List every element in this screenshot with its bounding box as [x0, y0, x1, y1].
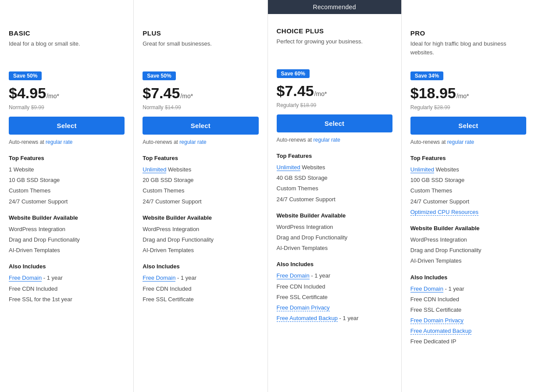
builder-feature-basic-2: AI-Driven Templates [9, 246, 125, 254]
top-feature-item-pro-0: Unlimited Websites [410, 166, 526, 174]
select-button-choice-plus[interactable]: Select [277, 114, 392, 132]
top-feature-link-pro-0[interactable]: Unlimited [410, 166, 434, 173]
price-amount-pro: $18.95 [410, 85, 456, 102]
select-button-basic[interactable]: Select [9, 117, 125, 135]
save-badge-basic: Save 50% [9, 71, 42, 80]
also-feature-suffix: - 1 year [175, 274, 196, 281]
plan-name-choice-plus: CHOICE PLUS [277, 27, 392, 35]
top-feature-item-pro-1: 100 GB SSD Storage [410, 176, 526, 184]
price-unit-pro: /mo* [457, 93, 469, 100]
price-amount-plus: $7.45 [143, 85, 180, 102]
also-feature-link-pro-0[interactable]: Free Domain [410, 285, 443, 292]
also-feature-item-plus-0: Free Domain - 1 year [143, 274, 258, 282]
builder-feature-plus-0: WordPress Integration [143, 225, 258, 233]
builder-feature-pro-0: WordPress Integration [410, 236, 526, 244]
feature-suffix: Websites [166, 166, 191, 173]
builder-feature-plus-1: Drag and Drop Functionality [143, 236, 258, 244]
plan-desc-pro: Ideal for high traffic blog and business… [410, 39, 526, 64]
top-features-section-choice-plus: Top FeaturesUnlimited Websites40 GB SSD … [277, 153, 392, 203]
also-feature-link-basic-0[interactable]: Free Domain [9, 274, 42, 282]
plan-name-basic: BASIC [9, 29, 125, 37]
badge-placeholder [402, 0, 535, 16]
plan-desc-choice-plus: Perfect for growing your business. [277, 37, 392, 61]
regular-rate-link-plus[interactable]: regular rate [179, 139, 206, 145]
recommended-badge: Recommended [268, 0, 401, 14]
builder-feature-pro-1: Drag and Drop Functionality [410, 246, 526, 254]
builder-section-plus: Website Builder AvailableWordPress Integ… [143, 214, 258, 255]
top-features-section-plus: Top FeaturesUnlimited Websites20 GB SSD … [143, 155, 258, 206]
builder-feature-pro-2: AI-Driven Templates [410, 257, 526, 265]
also-feature-item-plus-1: Free CDN Included [143, 285, 258, 293]
also-feature-item-basic-0: Free Domain - 1 year [9, 274, 125, 282]
plan-col-choice-plus: RecommendedCHOICE PLUSPerfect for growin… [268, 0, 402, 392]
builder-section-pro: Website Builder AvailableWordPress Integ… [410, 225, 526, 265]
top-feature-item-choice-plus-2: Custom Themes [277, 185, 392, 192]
also-includes-section-choice-plus: Also IncludesFree Domain - 1 yearFree CD… [277, 261, 392, 322]
also-feature-item-basic-1: Free CDN Included [9, 285, 125, 293]
also-feature-link-choice-plus-4[interactable]: Free Automated Backup [277, 315, 338, 322]
builder-title-basic: Website Builder Available [9, 214, 125, 221]
feature-suffix: Websites [300, 164, 325, 171]
select-button-pro[interactable]: Select [410, 117, 526, 135]
top-feature-item-pro-4: Optimized CPU Resources [410, 208, 526, 216]
also-feature-item-pro-4: Free Automated Backup [410, 327, 526, 335]
top-features-section-basic: Top Features1 Website10 GB SSD StorageCu… [9, 155, 125, 206]
top-feature-item-choice-plus-1: 40 GB SSD Storage [277, 174, 392, 182]
also-feature-item-basic-2: Free SSL for the 1st year [9, 296, 125, 303]
also-feature-link-pro-4[interactable]: Free Automated Backup [410, 328, 471, 335]
badge-placeholder [0, 0, 133, 16]
also-feature-item-choice-plus-1: Free CDN Included [277, 283, 392, 291]
top-features-title-choice-plus: Top Features [277, 153, 392, 159]
also-includes-section-plus: Also IncludesFree Domain - 1 yearFree CD… [143, 263, 258, 303]
also-feature-item-pro-0: Free Domain - 1 year [410, 285, 526, 293]
price-normal-pro: Regularly $28.99 [410, 104, 526, 110]
builder-feature-basic-1: Drag and Drop Functionality [9, 236, 125, 244]
plan-col-pro: PROIdeal for high traffic blog and busin… [402, 0, 535, 392]
top-feature-link-pro-4[interactable]: Optimized CPU Resources [410, 209, 478, 216]
price-row-choice-plus: $7.45 /mo* [277, 82, 392, 100]
plan-desc-plus: Great for small businesses. [143, 39, 258, 64]
also-includes-title-pro: Also Includes [410, 274, 526, 281]
price-row-pro: $18.95 /mo* [410, 85, 526, 102]
top-feature-item-basic-2: Custom Themes [9, 187, 125, 195]
also-feature-link-choice-plus-0[interactable]: Free Domain [277, 272, 310, 279]
also-feature-suffix: - 1 year [310, 272, 331, 279]
builder-title-plus: Website Builder Available [143, 214, 258, 221]
builder-feature-plus-2: AI-Driven Templates [143, 246, 258, 254]
price-row-basic: $4.95 /mo* [9, 85, 125, 102]
price-unit-basic: /mo* [46, 93, 59, 100]
top-feature-item-choice-plus-0: Unlimited Websites [277, 164, 392, 171]
regular-rate-link-choice-plus[interactable]: regular rate [314, 137, 340, 143]
also-feature-item-pro-2: Free SSL Certificate [410, 306, 526, 314]
auto-renew-choice-plus: Auto-renews at regular rate [277, 137, 392, 143]
also-feature-item-plus-2: Free SSL Certificate [143, 296, 258, 303]
also-feature-link-plus-0[interactable]: Free Domain [143, 274, 175, 282]
top-features-title-pro: Top Features [410, 155, 526, 161]
regular-rate-link-basic[interactable]: regular rate [46, 139, 72, 145]
top-features-section-pro: Top FeaturesUnlimited Websites100 GB SSD… [410, 155, 526, 216]
regular-rate-link-pro[interactable]: regular rate [447, 139, 474, 145]
builder-section-basic: Website Builder AvailableWordPress Integ… [9, 214, 125, 255]
save-badge-plus: Save 50% [143, 71, 175, 80]
also-includes-section-basic: Also IncludesFree Domain - 1 yearFree CD… [9, 263, 125, 303]
builder-feature-choice-plus-2: AI-Driven Templates [277, 244, 392, 252]
also-includes-title-plus: Also Includes [143, 263, 258, 270]
top-feature-item-plus-2: Custom Themes [143, 187, 258, 195]
also-feature-suffix: - 1 year [338, 315, 359, 321]
also-feature-link-pro-3[interactable]: Free Domain Privacy [410, 317, 464, 324]
also-feature-link-choice-plus-3[interactable]: Free Domain Privacy [277, 304, 330, 311]
top-feature-link-choice-plus-0[interactable]: Unlimited [277, 164, 300, 171]
top-features-title-plus: Top Features [143, 155, 258, 161]
top-feature-item-plus-3: 24/7 Customer Support [143, 198, 258, 206]
auto-renew-basic: Auto-renews at regular rate [9, 139, 125, 145]
also-feature-item-choice-plus-3: Free Domain Privacy [277, 304, 392, 312]
price-row-plus: $7.45 /mo* [143, 85, 258, 102]
select-button-plus[interactable]: Select [143, 117, 258, 135]
pricing-table: BASICIdeal for a blog or small site.Save… [0, 0, 535, 392]
also-includes-title-choice-plus: Also Includes [277, 261, 392, 267]
price-normal-basic: Normally $9.99 [9, 104, 125, 110]
price-unit-choice-plus: /mo* [314, 90, 327, 97]
auto-renew-plus: Auto-renews at regular rate [143, 139, 258, 145]
builder-feature-choice-plus-0: WordPress Integration [277, 223, 392, 231]
top-feature-link-plus-0[interactable]: Unlimited [143, 166, 166, 173]
